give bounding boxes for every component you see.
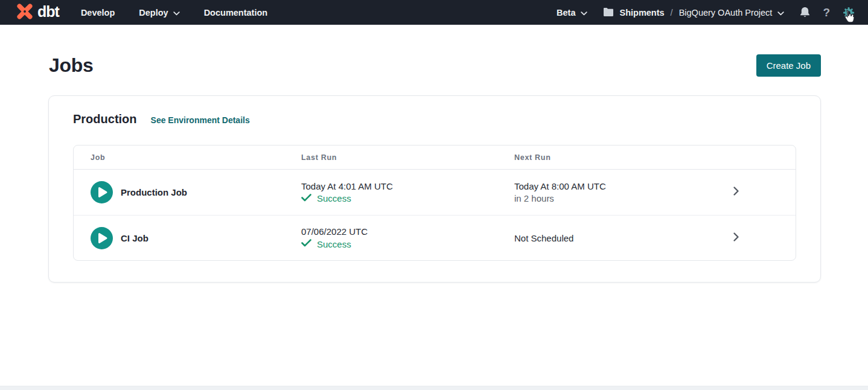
see-environment-details-link[interactable]: See Environment Details	[151, 115, 250, 125]
nav-item-deploy-label: Deploy	[139, 8, 168, 18]
beta-dropdown[interactable]: Beta	[557, 8, 587, 18]
dbt-logo-text: dbt	[37, 4, 59, 21]
top-navbar: dbt Develop Deploy Documentation Beta	[0, 0, 868, 25]
dbt-logo[interactable]: dbt	[14, 1, 59, 24]
last-run-time: Today At 4:01 AM UTC	[301, 181, 514, 191]
environment-name: Production	[73, 112, 137, 126]
status-badge: Success	[317, 193, 351, 203]
nav-item-documentation[interactable]: Documentation	[204, 8, 268, 18]
run-job-play-icon[interactable]	[91, 227, 113, 249]
next-run-time: Not Scheduled	[514, 233, 732, 243]
job-name[interactable]: Production Job	[121, 187, 187, 197]
run-job-play-icon[interactable]	[91, 181, 113, 203]
nav-links: Develop Deploy Documentation	[81, 8, 267, 18]
success-check-icon	[301, 238, 311, 249]
project-breadcrumb[interactable]: Shipments / BigQuery OAuth Project	[603, 7, 784, 18]
status-badge: Success	[317, 239, 351, 249]
nav-item-deploy[interactable]: Deploy	[139, 8, 179, 18]
column-header-job: Job	[91, 153, 301, 162]
jobs-table: Job Last Run Next Run Production Job Tod…	[73, 145, 796, 261]
notifications-bell-icon[interactable]	[800, 7, 810, 18]
next-run-relative: in 2 hours	[514, 193, 732, 203]
table-row[interactable]: Production Job Today At 4:01 AM UTC Succ…	[74, 170, 796, 215]
chevron-right-icon[interactable]	[733, 186, 739, 199]
nav-item-develop-label: Develop	[81, 8, 115, 18]
next-run-time: Today At 8:00 AM UTC	[514, 181, 732, 191]
table-row[interactable]: CI Job 07/06/2022 UTC Success Not Schedu…	[74, 215, 796, 260]
environment-card: Production See Environment Details Job L…	[48, 95, 821, 283]
create-job-button[interactable]: Create Job	[756, 54, 821, 77]
help-question-icon[interactable]: ?	[823, 7, 830, 18]
success-check-icon	[301, 193, 311, 204]
breadcrumb-project: BigQuery OAuth Project	[679, 8, 773, 18]
bottom-strip	[0, 386, 868, 390]
breadcrumb-account: Shipments	[619, 8, 664, 18]
settings-gear-icon[interactable]	[843, 7, 855, 19]
last-run-time: 07/06/2022 UTC	[301, 226, 514, 237]
column-header-next-run: Next Run	[514, 153, 732, 162]
folder-icon	[603, 7, 614, 18]
table-header-row: Job Last Run Next Run	[74, 145, 796, 170]
chevron-down-icon	[173, 8, 180, 18]
beta-label: Beta	[557, 8, 575, 18]
dbt-logo-icon	[14, 1, 35, 24]
nav-item-develop[interactable]: Develop	[81, 8, 115, 18]
chevron-down-icon	[581, 8, 587, 18]
nav-item-documentation-label: Documentation	[204, 8, 268, 18]
chevron-down-icon	[777, 8, 784, 18]
page-title: Jobs	[49, 54, 94, 77]
job-name[interactable]: CI Job	[121, 233, 148, 243]
column-header-last-run: Last Run	[301, 153, 514, 162]
chevron-right-icon[interactable]	[733, 232, 739, 245]
breadcrumb-separator: /	[670, 8, 674, 18]
